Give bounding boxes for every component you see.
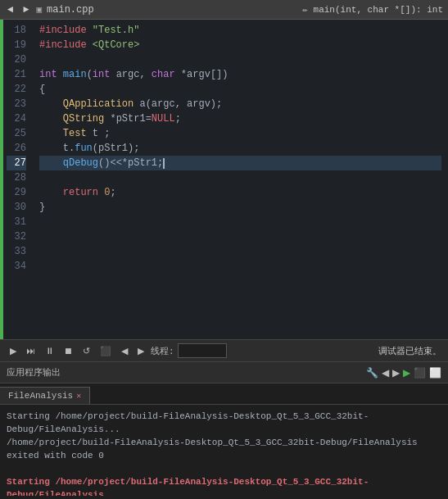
code-line-19: #include <QtCore> <box>39 38 441 52</box>
output-run-btn[interactable]: ▶ <box>403 367 410 379</box>
app-tab-close[interactable]: ✕ <box>76 391 81 401</box>
output-next-btn[interactable]: ▶ <box>392 367 400 379</box>
forward-button[interactable]: ► <box>20 4 31 16</box>
back-button[interactable]: ◄ <box>5 4 16 16</box>
header-function: ✏ main(int, char *[]): int <box>302 4 443 15</box>
code-line-28 <box>39 170 441 185</box>
debug-run-btn[interactable]: ▶ <box>7 344 20 358</box>
code-line-24: QString *pStr1=NULL; <box>39 111 441 126</box>
debug-frame-btn[interactable]: ⬛ <box>97 344 115 358</box>
bottom-section: 应用程序输出 🔧 ◀ ▶ ▶ ⬛ ⬜ FileAnalysis ✕ Starti… <box>0 362 448 496</box>
app-tab-fileanalysis[interactable]: FileAnalysis ✕ <box>0 387 90 404</box>
code-line-29: return 0; <box>39 185 441 200</box>
output-text-area: Starting /home/project/build-FileAnalysi… <box>0 405 448 496</box>
line-number-25: 25 <box>7 126 26 141</box>
line-number-32: 32 <box>7 229 26 244</box>
thread-label: 线程: <box>151 345 174 357</box>
output-line-0: Starting /home/project/build-FileAnalysi… <box>7 410 441 436</box>
code-line-20 <box>39 52 441 67</box>
line-number-28: 28 <box>7 170 26 185</box>
output-line-3: Starting /home/project/build-FileAnalysi… <box>7 475 441 496</box>
line-number-19: 19 <box>7 38 26 52</box>
line-number-21: 21 <box>7 67 26 82</box>
code-line-30: } <box>39 200 441 215</box>
line-number-34: 34 <box>7 259 26 274</box>
thread-input[interactable] <box>178 343 227 358</box>
code-line-32 <box>39 229 441 244</box>
debug-back-btn[interactable]: ◀ <box>118 344 131 358</box>
app-tab-label: FileAnalysis <box>8 391 73 401</box>
app-output-tabs: FileAnalysis ✕ <box>0 383 448 405</box>
line-number-33: 33 <box>7 244 26 259</box>
header-filename: main.cpp <box>47 4 297 16</box>
output-tabbar: 应用程序输出 🔧 ◀ ▶ ▶ ⬛ ⬜ <box>0 362 448 383</box>
line-number-31: 31 <box>7 215 26 229</box>
line-number-23: 23 <box>7 97 26 111</box>
code-line-22: { <box>39 82 441 97</box>
header-separator: ▣ <box>36 4 42 15</box>
line-number-22: 22 <box>7 82 26 97</box>
code-content[interactable]: #include "Test.h"#include <QtCore> int m… <box>33 20 448 339</box>
line-numbers: 1819202122232425262728293031323334 <box>3 20 33 339</box>
debug-reset-btn[interactable]: ↺ <box>79 344 93 358</box>
debug-stop-btn[interactable]: ⏹ <box>61 344 76 357</box>
line-number-27: 27 <box>7 156 26 170</box>
code-line-31 <box>39 215 441 229</box>
line-number-26: 26 <box>7 141 26 156</box>
output-line-1: /home/project/build-FileAnalysis-Desktop… <box>7 436 441 462</box>
debug-interrupt-btn[interactable]: ⏸ <box>42 344 57 357</box>
line-number-30: 30 <box>7 200 26 215</box>
output-line-2 <box>7 462 441 475</box>
header-bar: ◄ ► ▣ main.cpp ✏ main(int, char *[]): in… <box>0 0 448 20</box>
editor-area: 1819202122232425262728293031323334 #incl… <box>0 20 448 339</box>
debug-fwd-btn[interactable]: ▶ <box>134 344 147 358</box>
output-clear-btn[interactable]: ⬜ <box>429 367 441 379</box>
output-prev-btn[interactable]: ◀ <box>382 367 389 379</box>
code-line-21: int main(int argc, char *argv[]) <box>39 67 441 82</box>
line-number-24: 24 <box>7 111 26 126</box>
output-tab-label: 应用程序输出 <box>7 366 61 379</box>
debug-step-over-btn[interactable]: ⏭ <box>23 344 38 357</box>
debugger-toolbar: ▶ ⏭ ⏸ ⏹ ↺ ⬛ ◀ ▶ 线程: 调试器已结束。 <box>0 339 448 362</box>
line-number-20: 20 <box>7 52 26 67</box>
debug-status: 调试器已结束。 <box>378 345 441 357</box>
code-line-27: qDebug()<<*pStr1; <box>39 156 441 170</box>
code-line-34 <box>39 259 441 274</box>
line-number-29: 29 <box>7 185 26 200</box>
code-line-33 <box>39 244 441 259</box>
code-line-23: QApplication a(argc, argv); <box>39 97 441 111</box>
output-stop-btn[interactable]: ⬛ <box>414 367 426 379</box>
code-line-18: #include "Test.h" <box>39 23 441 38</box>
output-settings-btn[interactable]: 🔧 <box>366 367 378 379</box>
output-icons: 🔧 ◀ ▶ ▶ ⬛ ⬜ <box>366 367 441 379</box>
line-number-18: 18 <box>7 23 26 38</box>
code-line-25: Test t ; <box>39 126 441 141</box>
code-line-26: t.fun(pStr1); <box>39 141 441 156</box>
